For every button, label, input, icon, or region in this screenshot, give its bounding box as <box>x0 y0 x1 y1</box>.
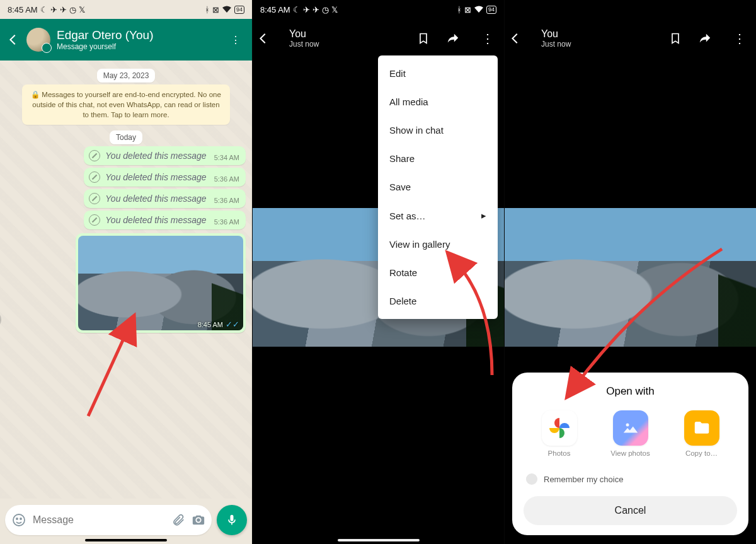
bluetooth-icon: ᚼ <box>205 5 210 14</box>
media-title: You <box>289 28 413 40</box>
open-with-sheet: Open with Photos View photos Copy to… <box>512 373 748 535</box>
menu-all-media[interactable]: All media <box>378 88 498 116</box>
app-google-photos[interactable]: Photos <box>534 410 585 457</box>
status-time: 8:45 AM <box>8 5 38 14</box>
vibrate-icon: ✈︎ <box>50 5 57 14</box>
mic-button[interactable] <box>217 505 247 535</box>
menu-save[interactable]: Save <box>378 173 498 201</box>
svg-point-1 <box>16 518 18 519</box>
menu-delete[interactable]: Delete <box>378 287 498 315</box>
app-view-photos[interactable]: View photos <box>605 410 656 457</box>
deleted-message[interactable]: You deleted this message5:36 AM <box>84 211 246 229</box>
attach-icon[interactable] <box>171 513 185 527</box>
mountain-photo[interactable] <box>78 236 243 330</box>
blocked-icon <box>89 214 100 226</box>
statusbar: 8:45 AM ☾ ✈︎ ✈ ◷ 𝕏 ᚼ ⊠ 94 <box>0 0 252 19</box>
forward-icon[interactable] <box>0 310 1 329</box>
menu-share[interactable]: Share <box>378 144 498 173</box>
vibrate-icon: ✈︎ <box>303 5 310 14</box>
avatar[interactable] <box>26 28 50 52</box>
bluetooth-icon: ᚼ <box>457 5 462 14</box>
no-sim-icon: ⊠ <box>212 5 219 14</box>
back-icon[interactable] <box>508 32 534 45</box>
panel-media-viewer-menu: 8:45 AM ☾ ✈︎ ✈ ◷ 𝕏 ᚼ ⊠ 94 You Just now ⋮… <box>252 0 504 544</box>
blocked-icon <box>89 193 100 204</box>
chat-header: Edgar Otero (You) Message yourself ⋮ <box>0 19 252 61</box>
svg-point-2 <box>20 518 21 519</box>
media-header: You Just now ⋮ <box>253 19 504 58</box>
back-icon[interactable] <box>6 33 20 47</box>
menu-rotate[interactable]: Rotate <box>378 258 498 287</box>
cancel-button[interactable]: Cancel <box>524 496 737 525</box>
battery-icon: 94 <box>234 6 244 14</box>
wifi-icon <box>222 6 232 13</box>
app-label: Photos <box>548 449 571 457</box>
app-label: Copy to… <box>685 449 718 457</box>
message-input-container <box>5 505 212 535</box>
more-icon[interactable]: ⋮ <box>727 31 752 46</box>
x-icon: 𝕏 <box>79 5 85 14</box>
app-label: View photos <box>610 449 650 457</box>
media-subtitle: Just now <box>289 40 413 49</box>
remember-choice[interactable]: Remember my choice <box>524 470 737 496</box>
chat-body[interactable]: May 23, 2023 🔒 Messages to yourself are … <box>0 61 252 499</box>
status-time: 8:45 AM <box>260 5 290 14</box>
statusbar: 8:45 AM ☾ ✈︎ ✈ ◷ 𝕏 ᚼ ⊠ 94 <box>253 0 504 19</box>
menu-show-in-chat[interactable]: Show in chat <box>378 116 498 144</box>
deleted-message[interactable]: You deleted this message5:36 AM <box>84 189 246 208</box>
x-icon: 𝕏 <box>331 5 338 14</box>
deleted-message[interactable]: You deleted this message5:36 AM <box>84 168 246 187</box>
back-icon[interactable] <box>256 32 282 45</box>
bookmark-icon[interactable] <box>669 32 694 45</box>
blocked-icon <box>89 171 100 183</box>
emoji-icon[interactable] <box>11 512 26 528</box>
read-ticks-icon: ✓✓ <box>226 320 239 329</box>
chevron-right-icon: ▸ <box>481 210 486 221</box>
battery-icon: 94 <box>486 6 496 14</box>
moon-icon: ☾ <box>40 5 48 14</box>
input-bar <box>5 505 247 535</box>
chat-title[interactable]: Edgar Otero (You) <box>57 28 219 42</box>
status-icon: ◷ <box>69 5 76 14</box>
forward-icon[interactable] <box>446 32 471 45</box>
context-menu: Edit All media Show in chat Share Save S… <box>378 55 498 319</box>
radio-icon[interactable] <box>526 473 537 485</box>
app-copy-to[interactable]: Copy to… <box>677 410 727 457</box>
message-input[interactable] <box>33 514 165 526</box>
gallery-icon <box>613 410 648 446</box>
telegram-icon: ✈ <box>312 5 319 14</box>
nav-home-indicator <box>590 539 672 541</box>
remember-label: Remember my choice <box>544 475 623 484</box>
panel-whatsapp-chat: 8:45 AM ☾ ✈︎ ✈ ◷ 𝕏 ᚼ ⊠ 94 Edgar Otero (Y… <box>0 0 252 544</box>
media-subtitle: Just now <box>541 40 665 49</box>
encryption-notice[interactable]: 🔒 Messages to yourself are end-to-end en… <box>22 84 230 125</box>
chat-subtitle: Message yourself <box>57 42 219 51</box>
no-sim-icon: ⊠ <box>464 5 471 14</box>
mountain-photo[interactable] <box>505 208 756 347</box>
svg-point-0 <box>13 514 25 526</box>
more-icon[interactable]: ⋮ <box>226 29 246 51</box>
image-time: 8:45 AM <box>198 321 223 328</box>
forward-icon[interactable] <box>698 32 723 45</box>
nav-home-indicator <box>338 539 420 541</box>
date-chip: Today <box>110 130 142 144</box>
camera-icon[interactable] <box>192 513 205 527</box>
menu-edit[interactable]: Edit <box>378 59 498 88</box>
panel-open-with-sheet: You Just now ⋮ Open with Photos View pho… <box>504 0 756 544</box>
menu-view-in-gallery[interactable]: View in gallery <box>378 230 498 258</box>
sheet-title: Open with <box>524 385 737 398</box>
moon-icon: ☾ <box>293 5 301 14</box>
more-icon[interactable]: ⋮ <box>475 31 500 46</box>
google-photos-icon <box>542 410 577 446</box>
folder-icon <box>684 410 719 446</box>
date-chip: May 23, 2023 <box>97 69 156 83</box>
bookmark-icon[interactable] <box>417 32 442 45</box>
telegram-icon: ✈ <box>60 5 67 14</box>
deleted-message[interactable]: You deleted this message5:34 AM <box>84 146 246 165</box>
nav-home-indicator <box>85 539 167 541</box>
svg-point-4 <box>626 424 629 427</box>
menu-set-as[interactable]: Set as…▸ <box>378 201 498 230</box>
media-title: You <box>541 28 665 40</box>
image-message[interactable]: 8:45 AM ✓✓ <box>76 233 246 333</box>
blocked-icon <box>89 150 100 161</box>
